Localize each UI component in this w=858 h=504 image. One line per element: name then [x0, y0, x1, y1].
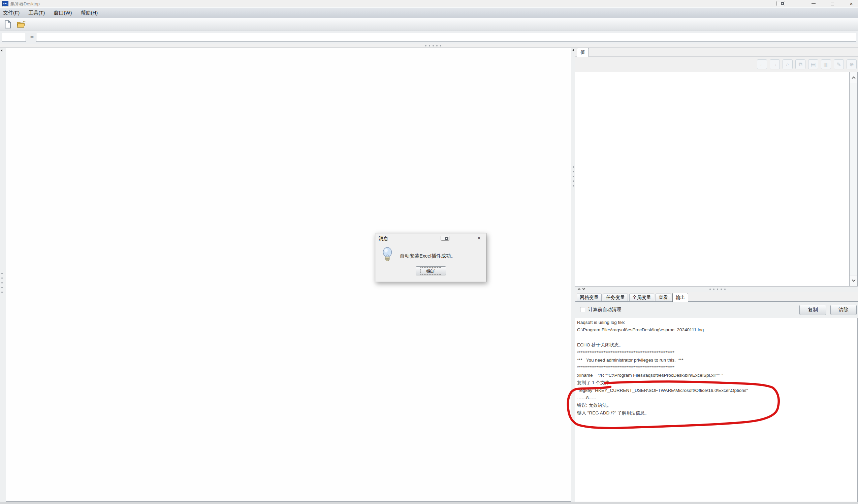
splitter-handle-icon [1, 273, 3, 293]
scroll-up-button[interactable] [849, 72, 857, 83]
window-bottom-edge [0, 502, 858, 504]
copy-icon: ⧉ [798, 61, 802, 67]
tab-view[interactable]: 查看 [655, 294, 671, 301]
splitter-handle-icon [425, 45, 441, 47]
new-file-icon [4, 20, 11, 29]
log-line [577, 334, 855, 341]
tab-output[interactable]: 输出 [672, 293, 688, 302]
menu-bar: 文件(F) 工具(T) 窗口(W) 帮助(H) [0, 7, 858, 18]
tab-global-vars[interactable]: 全局变量 [629, 294, 654, 301]
auto-clean-checkbox[interactable] [580, 307, 585, 312]
ime-indicator-icon [441, 236, 449, 241]
title-bar: SPLesProc 集算器Desktop × [0, 0, 858, 7]
grid-editor-canvas[interactable] [6, 48, 571, 502]
log-line: ------8----- [577, 394, 855, 402]
forward-icon: → [772, 61, 778, 67]
forward-button[interactable]: → [770, 59, 780, 69]
info-bulb-icon [382, 247, 393, 262]
close-icon: × [477, 235, 481, 242]
menu-item-file[interactable]: 文件(F) [0, 8, 24, 18]
chevron-down-icon[interactable] [583, 287, 585, 290]
chevron-up-icon [852, 77, 855, 80]
menu-item-help[interactable]: 帮助(H) [76, 8, 102, 18]
ime-indicator-icon [777, 1, 785, 6]
log-line: ECHO 处于关闭状态。 [577, 341, 855, 349]
output-splitter[interactable] [575, 287, 858, 292]
log-line: "regkey=HKEY_CURRENT_USER\SOFTWARE\Micro… [577, 387, 855, 394]
scroll-down-button[interactable] [849, 275, 857, 286]
output-controls: 计算前自动清理 复制 清除 [575, 302, 858, 318]
log-line: ****************************************… [577, 349, 855, 357]
new-file-button[interactable] [2, 19, 14, 30]
ok-button[interactable]: 确定 [416, 266, 446, 275]
tab-line [575, 56, 858, 57]
log-line: 键入 "REG ADD /?" 了解用法信息。 [577, 409, 855, 417]
formula-bar: = [0, 31, 858, 44]
value-display-area[interactable] [575, 72, 858, 287]
copy-log-button[interactable]: 复制 [799, 305, 826, 315]
main-toolbar [0, 18, 858, 31]
menu-item-tools[interactable]: 工具(T) [24, 8, 49, 18]
ok-button-label: 确定 [420, 267, 441, 275]
restore-button[interactable] [826, 0, 839, 7]
log-output-area[interactable]: Raqsoft is using log file:C:\Program Fil… [575, 318, 858, 504]
open-file-button[interactable] [16, 19, 27, 30]
dialog-title: 消息 [379, 236, 388, 242]
restore-icon [831, 2, 834, 5]
dialog-message: 自动安装Excel插件成功。 [400, 253, 456, 259]
log-line: *** You need administrator privileges to… [577, 357, 855, 364]
equals-icon: = [29, 33, 35, 42]
menu-item-window[interactable]: 窗口(W) [49, 8, 76, 18]
dialog-close-button[interactable]: × [475, 235, 483, 242]
cell-ref-input[interactable] [2, 33, 26, 42]
chart-view-button[interactable]: ▥ [821, 59, 831, 69]
copy-value-button[interactable]: ⧉ [795, 59, 806, 69]
chevron-up-icon[interactable] [578, 288, 581, 291]
pin-button[interactable]: ⊕ [846, 59, 857, 69]
left-splitter-strip[interactable] [0, 48, 6, 502]
log-line: 复制了 1 个文件 [577, 379, 855, 387]
preview-button[interactable]: ⌕ [782, 59, 793, 69]
value-toolbar: ← → ⌕ ⧉ ▤ ▥ ✎ ⊕ [757, 59, 857, 69]
log-lines: Raqsoft is using log file:C:\Program Fil… [575, 318, 857, 418]
edit-icon: ✎ [837, 61, 841, 68]
log-line: 错误: 无效语法。 [577, 402, 855, 409]
splitter-handle-icon [710, 289, 726, 290]
pin-icon: ⊕ [849, 61, 854, 68]
collapse-left-icon [1, 49, 2, 52]
back-icon: ← [759, 61, 765, 67]
tab-grid-vars[interactable]: 网格变量 [577, 294, 602, 301]
log-line: ****************************************… [577, 364, 855, 371]
auto-clean-label: 计算前自动清理 [588, 307, 621, 313]
bottom-tab-bar: 网格变量 任务变量 全局变量 查看 输出 [575, 292, 858, 302]
chart-icon: ▥ [823, 61, 828, 68]
minimize-icon [811, 3, 815, 4]
collapse-left-icon [572, 49, 574, 51]
form-icon: ▤ [810, 61, 815, 68]
open-file-icon [16, 20, 26, 28]
log-line: xllname = "/R ""C:\Program Files\raqsoft… [577, 372, 855, 379]
back-button[interactable]: ← [757, 59, 767, 69]
splitter-handle-icon [573, 166, 574, 186]
preview-icon: ⌕ [786, 61, 789, 67]
close-icon: × [849, 1, 853, 7]
dialog-title-bar[interactable]: 消息 × [375, 233, 486, 243]
window-title: 集算器Desktop [11, 1, 40, 7]
edit-value-button[interactable]: ✎ [834, 59, 844, 69]
form-view-button[interactable]: ▤ [808, 59, 818, 69]
message-dialog: 消息 × 自动安装Excel插件成功。 确定 [375, 233, 487, 282]
tab-task-vars[interactable]: 任务变量 [603, 294, 628, 301]
log-line: C:\Program Files\raqsoft\esProcDesk\log\… [577, 326, 855, 334]
app-window: SPLesProc 集算器Desktop × 文件(F) 工具(T) 窗口(W)… [0, 0, 858, 504]
expression-input[interactable] [36, 33, 856, 42]
horizontal-splitter[interactable] [0, 44, 858, 48]
app-logo-icon: SPLesProc [2, 1, 9, 6]
value-scrollbar[interactable] [849, 72, 857, 286]
chevron-down-icon [852, 278, 855, 282]
log-line: Raqsoft is using log file: [577, 319, 855, 326]
close-button[interactable]: × [845, 0, 858, 7]
clear-log-button[interactable]: 清除 [830, 305, 857, 315]
minimize-button[interactable] [807, 0, 820, 7]
tab-value[interactable]: 值 [577, 48, 589, 57]
